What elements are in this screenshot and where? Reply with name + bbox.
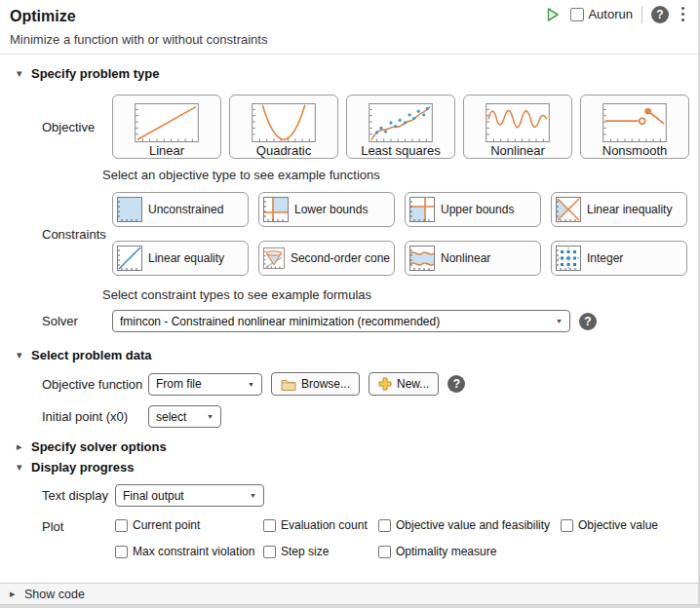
solver-dropdown[interactable]: fmincon - Constrained nonlinear minimiza… [112,310,570,332]
checkbox-label: Objective value and feasibility [396,518,550,532]
browse-label: Browse... [301,377,350,391]
constraint-option-label: Upper bounds [441,203,514,216]
overflow-menu-icon[interactable] [678,5,688,23]
plot-checkbox-current-point[interactable]: Current point [115,518,263,532]
solver-help-icon[interactable]: ? [579,313,597,330]
show-code-toggle[interactable]: ▸ Show code [0,583,698,604]
constraint-linear-equality-button[interactable]: Linear equality [112,241,249,276]
plot-checkbox-step-size[interactable]: Step size [263,545,378,558]
initial-point-label: Initial point (x0) [42,409,148,424]
constraints-hint: Select constraint types to see example f… [102,287,688,302]
bottom-strip [0,604,698,608]
constraint-option-label: Nonlinear [441,251,490,265]
nonlinear-chart-icon [483,103,553,142]
help-icon[interactable]: ? [651,6,669,23]
play-icon [545,7,561,22]
objective-function-value: From file [156,377,202,391]
objective-option-label: Nonlinear [490,143,545,158]
objective-nonlinear-button[interactable]: Nonlinear [463,95,572,159]
unconstrained-icon [117,197,142,222]
objective-linear-button[interactable]: Linear [112,95,221,159]
constraint-option-label: Linear inequality [587,203,672,216]
constraint-upper-bounds-button[interactable]: Upper bounds [405,192,541,227]
section-specify-solver-options[interactable]: ▸ Specify solver options [10,439,688,454]
constraint-buttons: Unconstrained Lower bounds [112,192,687,276]
optimize-task-panel: Optimize Minimize a function with or wit… [0,0,700,608]
section-display-progress[interactable]: ▾ Display progress [10,460,688,475]
checkbox[interactable] [115,519,128,532]
objective-label: Objective [42,120,112,134]
plot-checkbox-objective-value[interactable]: Objective value [561,518,658,532]
constraint-integer-button[interactable]: Integer [551,241,687,276]
constraint-option-label: Second-order cone [291,251,390,265]
checkbox-label: Current point [133,518,200,532]
objective-buttons: Linear Quadratic [112,95,689,159]
constraint-linear-inequality-button[interactable]: Linear inequality [551,192,687,227]
section-title: Select problem data [31,348,152,362]
objective-row: Objective Linear [10,95,688,159]
lower-bounds-icon [263,197,289,222]
caret-right-icon: ▸ [17,440,25,453]
plot-checkbox-optimality-measure[interactable]: Optimality measure [378,545,561,558]
new-button[interactable]: New... [369,372,439,396]
objective-least-squares-button[interactable]: Least squares [346,95,455,159]
constraint-option-label: Linear equality [148,251,224,265]
section-title: Display progress [31,460,135,475]
checkbox[interactable] [378,546,391,558]
initial-point-dropdown[interactable]: select ▼ [148,405,221,428]
browse-button[interactable]: Browse... [271,372,360,396]
objective-function-help-icon[interactable]: ? [447,375,465,393]
page-subtitle: Minimize a function with or without cons… [10,32,688,47]
linear-inequality-icon [556,197,581,222]
run-button[interactable] [544,6,562,23]
text-display-dropdown[interactable]: Final output ▼ [115,484,264,507]
integer-icon [556,246,581,271]
constraint-unconstrained-button[interactable]: Unconstrained [112,192,249,227]
caret-down-icon: ▾ [17,461,25,474]
new-label: New... [397,377,429,391]
dropdown-arrow-icon: ▼ [248,381,254,388]
least-squares-chart-icon [366,103,436,142]
checkbox[interactable] [115,546,128,558]
show-code-label: Show code [24,588,85,601]
constraint-option-label: Lower bounds [294,203,368,216]
dropdown-arrow-icon: ▼ [207,413,214,420]
checkbox[interactable] [378,519,391,532]
autorun-checkbox[interactable] [570,8,584,21]
constraint-lower-bounds-button[interactable]: Lower bounds [258,192,395,227]
solver-label: Solver [42,314,112,328]
checkbox[interactable] [561,519,573,532]
plot-row: Plot Current point Evaluation count Obje… [10,518,688,558]
objective-nonsmooth-button[interactable]: Nonsmooth [580,95,689,159]
autorun-toggle[interactable]: Autorun [570,7,633,21]
dropdown-arrow-icon: ▼ [556,318,563,324]
section-select-problem-data[interactable]: ▾ Select problem data [10,348,688,362]
constraint-nonlinear-button[interactable]: Nonlinear [405,241,541,276]
plot-checkbox-objective-value-feasibility[interactable]: Objective value and feasibility [378,518,561,532]
text-display-row: Text display Final output ▼ [10,484,688,507]
checkbox-label: Step size [281,545,329,558]
caret-down-icon: ▾ [17,349,25,361]
initial-point-value: select [156,410,186,424]
checkbox-label: Optimality measure [396,545,496,558]
objective-function-dropdown[interactable]: From file ▼ [148,373,262,396]
caret-right-icon: ▸ [10,588,19,600]
section-specify-problem-type[interactable]: ▾ Specify problem type [10,66,688,81]
nonlinear-constraint-icon [409,246,435,271]
plot-checkbox-max-constraint-violation[interactable]: Max constraint violation [115,545,263,558]
objective-hint: Select an objective type to see example … [102,168,688,182]
objective-quadratic-button[interactable]: Quadratic [229,95,338,159]
constraint-row-1: Unconstrained Lower bounds [112,192,687,227]
plot-checkbox-evaluation-count[interactable]: Evaluation count [263,518,378,532]
checkbox[interactable] [263,519,276,532]
folder-icon [281,378,296,391]
objective-option-label: Nonsmooth [603,143,667,158]
checkbox[interactable] [263,546,276,558]
constraint-second-order-cone-button[interactable]: Second-order cone [258,241,395,276]
constraint-row-2: Linear equality Second-order cone [112,241,687,276]
upper-bounds-icon [409,197,435,222]
plus-icon [378,377,392,391]
quadratic-chart-icon [249,103,319,142]
footer: ▸ Show code [0,583,698,608]
constraint-option-label: Unconstrained [148,203,223,216]
